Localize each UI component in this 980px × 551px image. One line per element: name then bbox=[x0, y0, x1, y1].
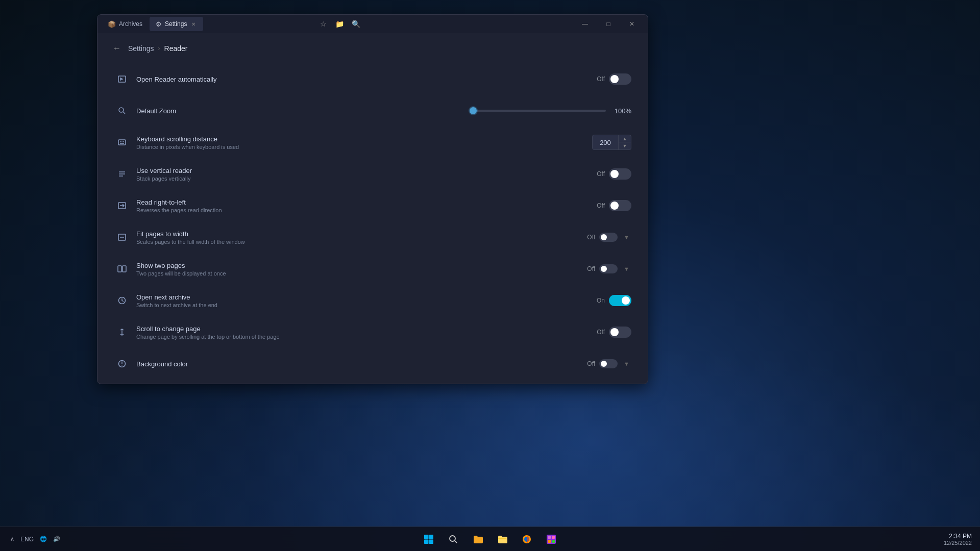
fit-pages-toggle[interactable] bbox=[599, 233, 618, 242]
taskbar-left: ∧ ENG 🌐 🔊 bbox=[8, 535, 62, 544]
two-pages-state: Off bbox=[585, 265, 595, 272]
folder-button[interactable]: 📁 bbox=[332, 17, 347, 31]
taskbar-center bbox=[418, 528, 562, 550]
breadcrumb-current: Reader bbox=[164, 44, 188, 53]
vertical-reader-state: Off bbox=[595, 170, 605, 178]
rtl-desc: Reverses the pages read direction bbox=[136, 207, 595, 213]
svg-rect-13 bbox=[429, 535, 434, 539]
zoom-icon bbox=[114, 106, 130, 115]
taskbar-search[interactable] bbox=[442, 528, 464, 550]
setting-open-next: Open next archive Switch to next archive… bbox=[106, 285, 640, 316]
keyboard-scroll-label: Keyboard scrolling distance bbox=[136, 135, 592, 143]
open-reader-info: Open Reader automatically bbox=[136, 76, 595, 83]
scroll-change-toggle-thumb bbox=[610, 328, 619, 336]
open-next-toggle-thumb bbox=[622, 296, 630, 305]
maximize-button[interactable]: □ bbox=[597, 15, 620, 33]
taskbar-firefox[interactable] bbox=[516, 528, 538, 550]
rtl-toggle[interactable] bbox=[609, 200, 631, 211]
fit-pages-toggle-thumb bbox=[601, 234, 607, 240]
spinner-up[interactable]: ▲ bbox=[619, 135, 631, 142]
spinner-buttons: ▲ ▼ bbox=[618, 135, 631, 149]
bg-color-icon bbox=[114, 359, 130, 368]
open-reader-toggle-thumb bbox=[610, 75, 619, 83]
bg-color-label: Background color bbox=[136, 360, 585, 368]
bg-color-info: Background color bbox=[136, 360, 585, 368]
setting-open-reader-auto: Open Reader automatically Off bbox=[106, 64, 640, 94]
archives-icon: 📦 bbox=[108, 20, 116, 28]
bg-color-toggle[interactable] bbox=[599, 359, 618, 368]
scroll-change-control: Off bbox=[595, 327, 631, 338]
two-pages-chevron[interactable]: ▼ bbox=[622, 264, 631, 274]
settings-content: ← Settings › Reader Open Reader automati… bbox=[97, 33, 648, 384]
volume-icon[interactable]: 🔊 bbox=[51, 535, 62, 543]
rtl-control: Off bbox=[595, 200, 631, 211]
zoom-value: 100% bbox=[611, 107, 631, 115]
open-reader-toggle[interactable] bbox=[609, 73, 631, 85]
setting-scroll-change: Scroll to change page Change page by scr… bbox=[106, 317, 640, 347]
keyboard-scroll-icon bbox=[114, 138, 130, 147]
open-reader-state: Off bbox=[595, 76, 605, 83]
setting-bg-color: Background color Off ▼ bbox=[106, 348, 640, 379]
vertical-reader-control: Off bbox=[595, 168, 631, 180]
scroll-change-state: Off bbox=[595, 329, 605, 336]
vertical-reader-icon bbox=[114, 169, 130, 179]
minimize-button[interactable]: — bbox=[573, 15, 597, 33]
fit-pages-control: Off ▼ bbox=[585, 232, 631, 242]
fit-pages-icon bbox=[114, 233, 130, 242]
setting-fit-pages: Fit pages to width Scales pages to the f… bbox=[106, 222, 640, 253]
svg-rect-14 bbox=[424, 539, 429, 544]
zoom-slider-thumb[interactable] bbox=[470, 107, 477, 114]
open-next-info: Open next archive Switch to next archive… bbox=[136, 293, 595, 308]
rtl-info: Read right-to-left Reverses the pages re… bbox=[136, 198, 595, 213]
setting-rtl: Read right-to-left Reverses the pages re… bbox=[106, 190, 640, 221]
chevron-up-icon[interactable]: ∧ bbox=[8, 535, 16, 543]
taskbar: ∧ ENG 🌐 🔊 bbox=[0, 527, 980, 551]
tab-settings-close[interactable]: ✕ bbox=[190, 20, 197, 28]
svg-rect-8 bbox=[118, 266, 121, 272]
taskbar-files[interactable] bbox=[467, 528, 489, 550]
language-indicator[interactable]: ENG bbox=[18, 535, 36, 544]
scroll-change-label: Scroll to change page bbox=[136, 325, 595, 333]
rtl-toggle-thumb bbox=[610, 202, 619, 210]
taskbar-time: 2:34 PM bbox=[944, 533, 972, 540]
spinner-down[interactable]: ▼ bbox=[619, 142, 631, 149]
two-pages-icon bbox=[114, 264, 130, 273]
two-pages-toggle[interactable] bbox=[599, 264, 618, 273]
breadcrumb-settings[interactable]: Settings bbox=[128, 44, 154, 53]
tab-archives[interactable]: 📦 Archives bbox=[102, 17, 149, 31]
close-button[interactable]: ✕ bbox=[620, 15, 644, 33]
tab-settings[interactable]: ⚙ Settings ✕ bbox=[150, 17, 203, 31]
start-button[interactable] bbox=[418, 528, 440, 550]
zoom-slider-track[interactable] bbox=[473, 110, 606, 112]
setting-two-pages: Show two pages Two pages will be display… bbox=[106, 254, 640, 284]
two-pages-desc: Two pages will be displayed at once bbox=[136, 270, 585, 277]
bookmarks-section-header: Bookmarks bbox=[97, 380, 648, 384]
breadcrumb: ← Settings › Reader bbox=[97, 33, 648, 64]
rtl-icon bbox=[114, 201, 130, 210]
taskbar-explorer[interactable] bbox=[491, 528, 513, 550]
keyboard-scroll-info: Keyboard scrolling distance Distance in … bbox=[136, 135, 592, 150]
svg-rect-12 bbox=[424, 535, 429, 539]
scroll-change-desc: Change page by scrolling at the top or b… bbox=[136, 334, 595, 340]
bg-color-chevron[interactable]: ▼ bbox=[622, 359, 631, 369]
back-button[interactable]: ← bbox=[110, 41, 124, 56]
taskbar-app5[interactable] bbox=[540, 528, 562, 550]
open-next-control: On bbox=[595, 295, 631, 306]
taskbar-clock[interactable]: 2:34 PM 12/25/2022 bbox=[944, 533, 972, 546]
setting-vertical-reader: Use vertical reader Stack pages vertical… bbox=[106, 159, 640, 189]
reader-settings-list: Open Reader automatically Off bbox=[97, 64, 648, 379]
two-pages-toggle-thumb bbox=[601, 266, 607, 272]
network-icon[interactable]: 🌐 bbox=[38, 535, 49, 543]
keyboard-scroll-control: 200 ▲ ▼ bbox=[592, 135, 631, 150]
search-button[interactable]: 🔍 bbox=[349, 17, 363, 31]
open-next-toggle[interactable] bbox=[609, 295, 631, 306]
scroll-change-toggle[interactable] bbox=[609, 327, 631, 338]
fit-pages-chevron[interactable]: ▼ bbox=[622, 232, 631, 242]
svg-rect-15 bbox=[429, 539, 434, 544]
zoom-info: Default Zoom bbox=[136, 107, 473, 115]
bg-color-state: Off bbox=[585, 360, 595, 367]
star-button[interactable]: ☆ bbox=[316, 17, 330, 31]
vertical-reader-label: Use vertical reader bbox=[136, 167, 595, 174]
bg-color-control: Off ▼ bbox=[585, 359, 631, 369]
vertical-reader-toggle[interactable] bbox=[609, 168, 631, 180]
